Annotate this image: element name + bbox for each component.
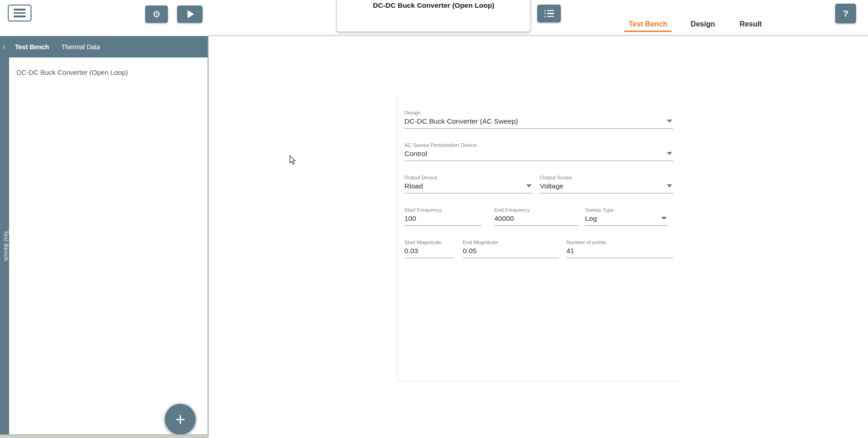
chevron-down-icon[interactable] [667, 152, 672, 155]
end-magnitude-input[interactable]: End Magnitude 0.05 [463, 239, 559, 258]
content-top-divider [209, 35, 868, 36]
sweep-type-select[interactable]: Sweep Type Log [585, 207, 668, 226]
vertical-test-bench-label[interactable]: Test Bench [0, 230, 9, 261]
app-window: ⚙ DC-DC Buck Converter (Open Loop) Test … [0, 0, 868, 438]
sidebar-right-border [208, 36, 209, 434]
number-of-points-input[interactable]: Number of points 41 [566, 239, 673, 258]
hamburger-icon [14, 9, 26, 10]
add-test-bench-button[interactable]: + [165, 404, 196, 435]
field-label: Output Device [404, 174, 533, 181]
field-label: AC Sweep Perturbation Device [404, 142, 673, 149]
chevron-down-icon[interactable] [526, 184, 532, 188]
field-label: Design [404, 110, 673, 116]
field-label: Start Frequency [404, 207, 481, 214]
sidebar-header: ‹ Test Bench Thermal Data [0, 36, 209, 57]
sidebar-bottom-scrollbar[interactable] [0, 434, 209, 438]
settings-button[interactable]: ⚙ [145, 5, 168, 23]
mouse-cursor-icon [289, 155, 297, 167]
design-title-text: DC-DC Buck Converter (Open Loop) [373, 1, 494, 10]
design-title-dropdown[interactable]: DC-DC Buck Converter (Open Loop) [336, 0, 531, 32]
list-view-button[interactable] [537, 5, 561, 22]
tab-result[interactable]: Result [735, 20, 767, 28]
tab-test-bench[interactable]: Test Bench [624, 20, 672, 28]
field-label: Number of points [566, 239, 673, 246]
field-value: Control [404, 149, 673, 158]
play-icon [188, 10, 194, 18]
field-value: 0.03 [404, 246, 454, 256]
menu-button[interactable] [8, 5, 31, 21]
perturbation-device-select[interactable]: AC Sweep Perturbation Device Control [404, 142, 673, 161]
sidebar-tab-thermal-data[interactable]: Thermal Data [61, 43, 100, 51]
field-value: Log [585, 214, 668, 223]
field-value: 0.05 [463, 246, 559, 256]
design-select[interactable]: Design DC-DC Buck Converter (AC Sweep) [404, 110, 673, 129]
gear-icon: ⚙ [152, 9, 161, 20]
sidebar-list-panel: DC-DC Buck Converter (Open Loop) [9, 57, 208, 434]
active-tab-underline [624, 31, 672, 32]
start-frequency-input[interactable]: Start Frequency 100 [404, 207, 481, 226]
field-value: DC-DC Buck Converter (AC Sweep) [404, 116, 673, 126]
top-toolbar: ⚙ DC-DC Buck Converter (Open Loop) Test … [0, 0, 868, 36]
field-value: 41 [566, 246, 673, 256]
tab-design[interactable]: Design [685, 20, 720, 28]
chevron-left-icon[interactable]: ‹ [0, 36, 8, 57]
run-simulation-button[interactable] [177, 5, 203, 23]
end-frequency-input[interactable]: End Frequency 40000 [494, 207, 579, 226]
list-item[interactable]: DC-DC Buck Converter (Open Loop) [16, 68, 128, 76]
field-label: End Frequency [494, 207, 579, 214]
chevron-down-icon[interactable] [661, 217, 667, 220]
output-scope-select[interactable]: Output Scope Voltage [540, 174, 673, 193]
field-label: Start Magnitude [404, 239, 454, 246]
field-label: Sweep Type [585, 207, 668, 214]
start-magnitude-input[interactable]: Start Magnitude 0.03 [404, 239, 454, 258]
field-label: Output Scope [540, 174, 673, 181]
chevron-down-icon[interactable] [667, 120, 672, 123]
sidebar-tab-test-bench[interactable]: Test Bench [15, 43, 49, 51]
help-icon: ? [843, 9, 848, 19]
field-value: 100 [404, 214, 481, 223]
output-device-select[interactable]: Output Device Rload [404, 174, 533, 193]
field-value: 40000 [494, 214, 579, 223]
field-label: End Magnitude [463, 239, 559, 246]
chevron-down-icon[interactable] [667, 184, 672, 188]
field-value: Voltage [540, 181, 673, 191]
help-button[interactable]: ? [835, 4, 856, 23]
field-value: Rload [404, 181, 533, 191]
list-icon [544, 10, 554, 17]
